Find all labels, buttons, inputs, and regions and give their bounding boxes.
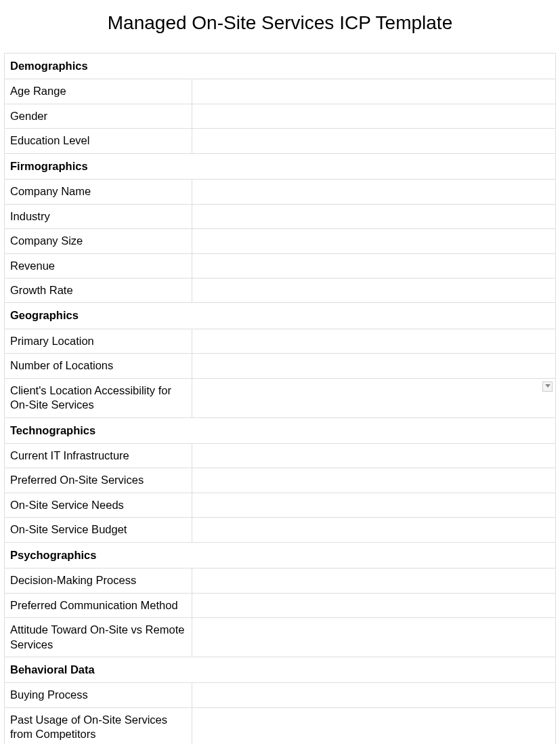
table-row: Client's Location Accessibility for On-S… bbox=[5, 378, 556, 417]
section-header-label: Geographics bbox=[5, 303, 556, 329]
table-row: Gender bbox=[5, 104, 556, 128]
section-header: Demographics bbox=[5, 54, 556, 79]
table-row: Education Level bbox=[5, 129, 556, 153]
section-header: Behavioral Data bbox=[5, 657, 556, 682]
table-row: Primary Location bbox=[5, 329, 556, 353]
field-value[interactable] bbox=[192, 444, 555, 468]
field-value[interactable] bbox=[192, 468, 555, 493]
field-label: Education Level bbox=[5, 129, 192, 153]
field-label: Revenue bbox=[5, 253, 192, 278]
field-label: Current IT Infrastructure bbox=[5, 444, 192, 468]
field-value[interactable] bbox=[192, 354, 555, 378]
table-row: On-Site Service Budget bbox=[5, 518, 556, 542]
table-row: Preferred On-Site Services bbox=[5, 468, 556, 493]
field-value[interactable] bbox=[192, 707, 555, 744]
field-value[interactable] bbox=[192, 129, 555, 153]
section-header: Firmographics bbox=[5, 153, 556, 179]
field-label: Preferred On-Site Services bbox=[5, 468, 192, 493]
field-label: Growth Rate bbox=[5, 278, 192, 302]
table-row: Number of Locations bbox=[5, 354, 556, 378]
section-header-label: Technographics bbox=[5, 417, 556, 443]
field-label: On-Site Service Budget bbox=[5, 518, 192, 542]
field-label: Decision-Making Process bbox=[5, 569, 192, 593]
table-row: Decision-Making Process bbox=[5, 569, 556, 593]
field-value[interactable] bbox=[192, 278, 555, 302]
field-label: Age Range bbox=[5, 79, 192, 104]
field-label: Attitude Toward On-Site vs Remote Servic… bbox=[5, 618, 192, 657]
field-value[interactable] bbox=[192, 229, 555, 253]
field-value[interactable] bbox=[192, 104, 555, 128]
field-value[interactable] bbox=[192, 79, 555, 104]
field-label: Preferred Communication Method bbox=[5, 593, 192, 617]
section-header-label: Demographics bbox=[5, 54, 556, 79]
field-label: Client's Location Accessibility for On-S… bbox=[5, 378, 192, 417]
field-value[interactable] bbox=[192, 569, 555, 593]
table-row: Past Usage of On-Site Services from Comp… bbox=[5, 707, 556, 744]
table-row: Industry bbox=[5, 204, 556, 228]
icp-table: DemographicsAge RangeGenderEducation Lev… bbox=[4, 53, 556, 744]
section-header: Psychographics bbox=[5, 542, 556, 568]
section-header: Technographics bbox=[5, 417, 556, 443]
table-row: Growth Rate bbox=[5, 278, 556, 302]
table-row: Attitude Toward On-Site vs Remote Servic… bbox=[5, 618, 556, 657]
field-label: Past Usage of On-Site Services from Comp… bbox=[5, 707, 192, 744]
field-value[interactable] bbox=[192, 329, 555, 353]
field-value[interactable] bbox=[192, 378, 555, 417]
section-header-label: Behavioral Data bbox=[5, 657, 556, 682]
field-value[interactable] bbox=[192, 253, 555, 278]
field-value[interactable] bbox=[192, 180, 555, 204]
field-label: Company Size bbox=[5, 229, 192, 253]
table-row: Age Range bbox=[5, 79, 556, 104]
field-label: Number of Locations bbox=[5, 354, 192, 378]
field-label: Buying Process bbox=[5, 683, 192, 707]
table-row: Revenue bbox=[5, 253, 556, 278]
table-row: Company Size bbox=[5, 229, 556, 253]
field-value[interactable] bbox=[192, 493, 555, 517]
field-value[interactable] bbox=[192, 683, 555, 707]
field-label: Company Name bbox=[5, 180, 192, 204]
table-row: On-Site Service Needs bbox=[5, 493, 556, 517]
section-header-label: Firmographics bbox=[5, 153, 556, 179]
field-label: Gender bbox=[5, 104, 192, 128]
table-row: Current IT Infrastructure bbox=[5, 444, 556, 468]
table-row: Buying Process bbox=[5, 683, 556, 707]
field-label: On-Site Service Needs bbox=[5, 493, 192, 517]
field-value[interactable] bbox=[192, 618, 555, 657]
table-row: Preferred Communication Method bbox=[5, 593, 556, 617]
field-value[interactable] bbox=[192, 593, 555, 617]
section-header: Geographics bbox=[5, 303, 556, 329]
table-row: Company Name bbox=[5, 180, 556, 204]
page-title: Managed On-Site Services ICP Template bbox=[0, 12, 560, 34]
field-label: Industry bbox=[5, 204, 192, 228]
section-header-label: Psychographics bbox=[5, 542, 556, 568]
field-label: Primary Location bbox=[5, 329, 192, 353]
field-value[interactable] bbox=[192, 204, 555, 228]
dropdown-icon[interactable] bbox=[542, 381, 553, 392]
field-value[interactable] bbox=[192, 518, 555, 542]
